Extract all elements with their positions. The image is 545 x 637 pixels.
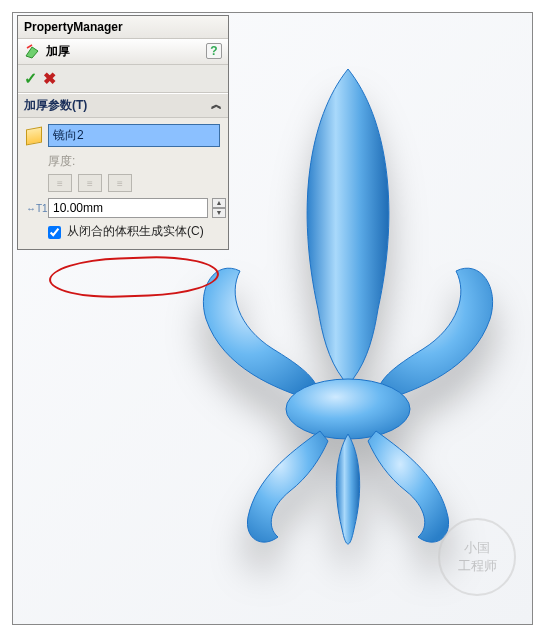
params-header-label: 加厚参数(T) (24, 97, 87, 114)
create-solid-label: 从闭合的体积生成实体(C) (67, 224, 204, 239)
thickness-value-input[interactable] (48, 198, 208, 218)
create-solid-checkbox[interactable] (48, 226, 61, 239)
params-section-body: 镜向2 厚度: ≡ ≡ ≡ ↔T1 ▲ ▼ 从闭合的体积生成实体(C) (18, 118, 228, 249)
cancel-button[interactable]: ✖ (43, 69, 56, 88)
thickness-both-button[interactable]: ≡ (78, 174, 102, 192)
pm-title-bar: PropertyManager (18, 16, 228, 39)
thicken-icon (24, 44, 40, 60)
spin-down-button[interactable]: ▼ (212, 208, 226, 218)
spin-up-button[interactable]: ▲ (212, 198, 226, 208)
property-manager-panel: PropertyManager 加厚 ? ✓ ✖ 加厚参数(T) ︽ 镜向2 (17, 15, 229, 250)
thickness-label: 厚度: (48, 153, 220, 170)
feature-header: 加厚 ? (18, 39, 228, 65)
surface-selection-box[interactable]: 镜向2 (48, 124, 220, 147)
surface-selection-icon (26, 126, 42, 145)
ok-cancel-bar: ✓ ✖ (18, 65, 228, 93)
thickness-side2-button[interactable]: ≡ (108, 174, 132, 192)
collapse-icon: ︽ (211, 97, 222, 114)
thickness-side1-button[interactable]: ≡ (48, 174, 72, 192)
params-section-header[interactable]: 加厚参数(T) ︽ (18, 93, 228, 118)
feature-label: 加厚 (46, 43, 70, 60)
pm-title-text: PropertyManager (24, 20, 123, 34)
watermark: 小国 工程师 (438, 518, 516, 596)
dimension-icon: ↔T1 (26, 203, 44, 214)
help-button[interactable]: ? (206, 43, 222, 59)
ok-button[interactable]: ✓ (24, 69, 37, 88)
watermark-line2: 工程师 (458, 557, 497, 575)
watermark-line1: 小国 (464, 539, 490, 557)
svg-point-0 (286, 379, 410, 439)
